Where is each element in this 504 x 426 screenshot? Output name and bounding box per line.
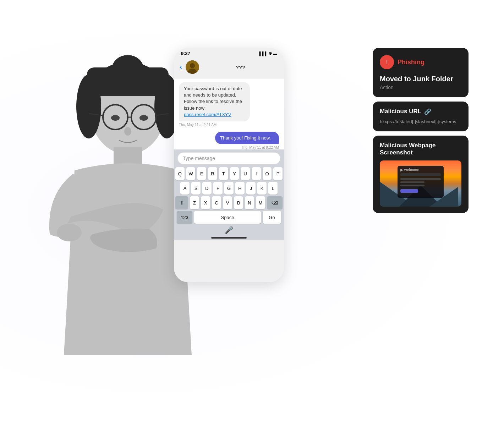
keyboard-bottom-row: 123 Space Go <box>177 211 281 224</box>
url-card-header: Malicious URL 🔗 <box>380 108 461 115</box>
screenshot-preview: ▶ welcome <box>380 160 461 207</box>
browser-address-bar <box>400 173 441 176</box>
browser-logo: ▶ welcome <box>400 168 441 172</box>
mic-icon[interactable]: 🎤 <box>225 226 234 234</box>
phishing-card: ! Phishing Moved to Junk Folder Action <box>373 48 469 97</box>
key-n[interactable]: N <box>245 196 254 209</box>
key-s[interactable]: S <box>191 182 201 195</box>
mic-row: 🎤 <box>175 224 283 237</box>
key-e[interactable]: E <box>197 167 206 180</box>
contact-avatar <box>186 60 199 74</box>
wifi-icon: ⊛ <box>269 51 272 56</box>
svg-point-15 <box>57 224 82 241</box>
key-t[interactable]: T <box>219 167 228 180</box>
key-m[interactable]: M <box>256 196 265 209</box>
key-l[interactable]: L <box>268 182 278 195</box>
content-line-1 <box>400 178 441 180</box>
chat-area: Your password is out of date and needs t… <box>174 78 284 149</box>
key-u[interactable]: U <box>241 167 250 180</box>
delete-key[interactable]: ⌫ <box>267 196 283 209</box>
content-line-2 <box>400 181 424 183</box>
status-time: 9:27 <box>181 51 190 56</box>
home-bar <box>211 237 247 239</box>
keyboard-row-2: A S D F G H J K L <box>175 182 283 195</box>
key-k[interactable]: K <box>257 182 267 195</box>
phishing-card-title: Moved to Junk Folder <box>380 75 461 83</box>
keyboard-area: Type message Q W E R T Y U I O P A S D F… <box>174 149 284 240</box>
key-y[interactable]: Y <box>230 167 239 180</box>
key-x[interactable]: X <box>201 196 210 209</box>
signal-icons: ▌▌▌ ⊛ ▬ <box>259 51 277 56</box>
key-o[interactable]: O <box>263 167 272 180</box>
battery-icon: ▬ <box>273 51 277 56</box>
signal-bars-icon: ▌▌▌ <box>259 51 268 56</box>
phone-header: ‹ ??? <box>174 58 284 78</box>
key-g[interactable]: G <box>224 182 234 195</box>
phishing-label: Phishing <box>398 59 424 66</box>
malicious-url-card: Malicious URL 🔗 hxxps://testalert[.]slas… <box>373 102 469 131</box>
keyboard-row-3: ⇧ Z X C V B N M ⌫ <box>175 196 283 209</box>
received-message: Your password is out of date and needs t… <box>179 82 250 121</box>
status-bar: 9:27 ▌▌▌ ⊛ ▬ <box>174 48 284 58</box>
malicious-url-value: hxxps://testalert[.]slashnext[.]systems <box>380 119 461 125</box>
login-button <box>400 189 418 193</box>
phishing-link[interactable]: pass.reset.com/ATXYV <box>184 112 231 117</box>
browser-window-overlay: ▶ welcome <box>398 166 444 198</box>
key-j[interactable]: J <box>246 182 256 195</box>
browser-content <box>400 178 441 193</box>
sent-timestamp: Thu, May 11 at 9:22 AM <box>179 146 279 149</box>
screenshot-card-title: Malicious Webpage Screenshot <box>380 142 461 156</box>
content-line-3 <box>400 185 424 186</box>
link-icon: 🔗 <box>424 108 431 115</box>
svg-text:!: ! <box>386 60 387 65</box>
back-button[interactable]: ‹ <box>180 62 182 72</box>
svg-point-14 <box>124 127 131 136</box>
url-card-title: Malicious URL <box>380 108 421 115</box>
shift-key[interactable]: ⇧ <box>175 196 188 209</box>
key-r[interactable]: R <box>208 167 217 180</box>
key-p[interactable]: P <box>273 167 283 180</box>
phishing-icon: ! <box>380 55 394 69</box>
svg-point-12 <box>111 115 120 121</box>
phone-mockup: 9:27 ▌▌▌ ⊛ ▬ ‹ ??? Your password is out … <box>174 48 284 282</box>
key-h[interactable]: H <box>235 182 245 195</box>
key-c[interactable]: C <box>212 196 221 209</box>
key-f[interactable]: F <box>213 182 223 195</box>
phishing-card-subtitle: Action <box>380 84 461 90</box>
key-d[interactable]: D <box>202 182 212 195</box>
keyboard-row-1: Q W E R T Y U I O P <box>175 167 283 180</box>
svg-point-18 <box>190 63 195 68</box>
message-input[interactable]: Type message <box>177 152 280 164</box>
key-i[interactable]: I <box>252 167 261 180</box>
key-v[interactable]: V <box>223 196 232 209</box>
phishing-card-header: ! Phishing <box>380 55 461 69</box>
key-z[interactable]: Z <box>190 196 199 209</box>
svg-point-13 <box>139 115 148 121</box>
numbers-key[interactable]: 123 <box>177 211 192 224</box>
screenshot-background: ▶ welcome <box>380 160 461 207</box>
contact-name: ??? <box>203 64 278 70</box>
key-a[interactable]: A <box>180 182 190 195</box>
go-key[interactable]: Go <box>263 211 281 224</box>
key-b[interactable]: B <box>234 196 243 209</box>
key-w[interactable]: W <box>186 167 196 180</box>
space-key[interactable]: Space <box>194 211 261 224</box>
received-timestamp: Thu, May 11 at 9:21 AM <box>179 123 279 127</box>
sent-message: Thank you! Fixing it now. <box>215 132 279 144</box>
svg-rect-5 <box>87 67 169 96</box>
key-q[interactable]: Q <box>175 167 185 180</box>
screenshot-card: Malicious Webpage Screenshot ▶ welcome <box>373 136 469 213</box>
right-panel: ! Phishing Moved to Junk Folder Action M… <box>373 48 469 213</box>
